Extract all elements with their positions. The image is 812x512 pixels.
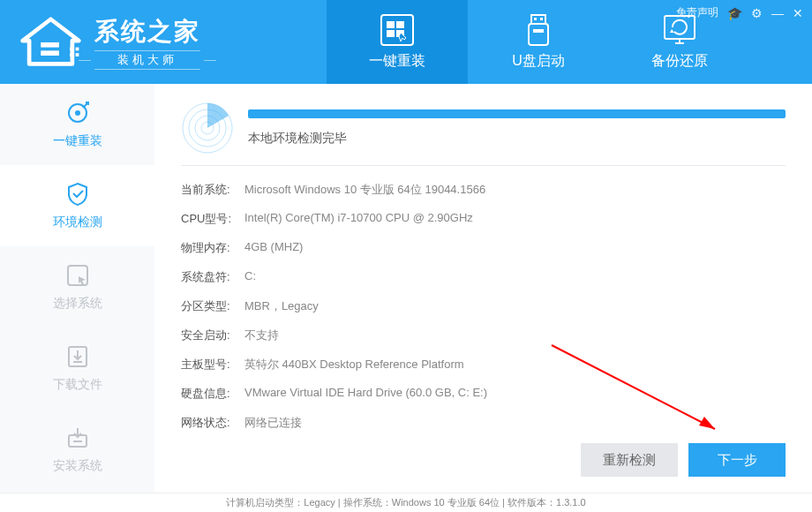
svg-rect-4: [70, 53, 73, 56]
shield-check-icon: [64, 181, 91, 207]
tab-label: 备份还原: [651, 52, 708, 71]
logo-house-icon: [18, 16, 84, 69]
svg-rect-14: [529, 24, 548, 45]
info-value: 英特尔 440BX Desktop Reference Platform: [244, 357, 464, 373]
scan-status-text: 本地环境检测完毕: [248, 131, 786, 147]
info-label: 安全启动:: [181, 328, 244, 343]
info-row: 安全启动:不支持: [181, 328, 786, 343]
radar-scan-icon: [181, 102, 234, 154]
info-value: Intel(R) Core(TM) i7-10700 CPU @ 2.90GHz: [244, 211, 473, 227]
svg-point-20: [75, 110, 80, 116]
info-value: 网络已连接: [244, 415, 302, 431]
info-label: 硬盘信息:: [181, 386, 244, 402]
svg-rect-12: [534, 18, 537, 20]
svg-rect-11: [531, 15, 545, 24]
sidebar-item-label: 安装系统: [53, 458, 102, 474]
svg-rect-9: [387, 30, 395, 37]
close-icon[interactable]: ✕: [793, 6, 803, 20]
svg-rect-15: [533, 29, 544, 33]
svg-rect-0: [41, 42, 59, 48]
next-button[interactable]: 下一步: [688, 443, 786, 477]
graduation-icon[interactable]: 🎓: [727, 6, 742, 20]
svg-rect-3: [76, 47, 79, 50]
app-header: 系统之家 装机大师 一键重装 U盘启动 备份还原 免责声明 🎓 ⚙ — ✕: [0, 0, 812, 84]
info-label: 网络状态:: [181, 415, 244, 431]
info-label: 系统盘符:: [181, 269, 244, 285]
status-bar: 计算机启动类型：Legacy | 操作系统：Windows 10 专业版 64位…: [0, 493, 812, 512]
cursor-box-icon: [64, 262, 91, 289]
progress-bar: [248, 109, 786, 118]
sidebar-item-label: 一键重装: [53, 133, 102, 149]
sidebar-item-download[interactable]: 下载文件: [0, 328, 154, 409]
svg-rect-2: [70, 47, 73, 50]
windows-cursor-icon: [380, 13, 415, 47]
window-controls: 免责声明 🎓 ⚙ — ✕: [676, 5, 803, 20]
info-row: 物理内存:4GB (MHZ): [181, 240, 786, 256]
info-value: C:: [244, 269, 256, 285]
logo-title: 系统之家: [94, 15, 200, 49]
info-row: 主板型号:英特尔 440BX Desktop Reference Platfor…: [181, 357, 786, 373]
logo-subtitle: 装机大师: [94, 50, 200, 70]
svg-rect-7: [387, 21, 395, 28]
info-label: 当前系统:: [181, 182, 244, 198]
disclaimer-link[interactable]: 免责声明: [676, 5, 718, 20]
info-row: 网络状态:网络已连接: [181, 415, 786, 431]
tab-usb-boot[interactable]: U盘启动: [468, 0, 609, 84]
main-panel: 本地环境检测完毕 当前系统:Microsoft Windows 10 专业版 6…: [154, 84, 812, 493]
tab-reinstall[interactable]: 一键重装: [327, 0, 468, 84]
system-info: 当前系统:Microsoft Windows 10 专业版 64位 19044.…: [181, 182, 786, 431]
sidebar-item-label: 下载文件: [53, 377, 102, 393]
sidebar-item-label: 选择系统: [53, 296, 102, 312]
sidebar-item-install[interactable]: 安装系统: [0, 409, 154, 490]
info-value: Microsoft Windows 10 专业版 64位 19044.1566: [244, 182, 485, 198]
info-label: CPU型号:: [181, 211, 244, 227]
svg-rect-13: [540, 18, 543, 20]
sidebar-item-label: 环境检测: [53, 215, 102, 230]
tab-label: U盘启动: [512, 52, 565, 71]
svg-rect-8: [396, 21, 404, 28]
tab-label: 一键重装: [369, 52, 425, 71]
redetect-button[interactable]: 重新检测: [581, 443, 678, 477]
info-row: CPU型号:Intel(R) Core(TM) i7-10700 CPU @ 2…: [181, 211, 786, 227]
sidebar-item-env-check[interactable]: 环境检测: [0, 165, 154, 246]
info-value: VMware Virtual IDE Hard Drive (60.0 GB, …: [244, 386, 487, 402]
info-label: 物理内存:: [181, 240, 244, 256]
install-box-icon: [64, 425, 91, 451]
info-label: 分区类型:: [181, 298, 244, 314]
svg-rect-21: [68, 266, 87, 285]
svg-rect-5: [76, 53, 79, 56]
sidebar-item-reinstall[interactable]: 一键重装: [0, 84, 154, 165]
gear-icon[interactable]: ⚙: [751, 6, 763, 20]
target-icon: [64, 100, 91, 126]
info-value: 不支持: [244, 328, 279, 343]
usb-icon: [521, 13, 556, 47]
info-row: 当前系统:Microsoft Windows 10 专业版 64位 19044.…: [181, 182, 786, 198]
info-value: MBR，Legacy: [244, 298, 319, 314]
info-row: 系统盘符:C:: [181, 269, 786, 285]
sidebar: 一键重装 环境检测 选择系统 下载文件 安装系统: [0, 84, 154, 493]
download-icon: [64, 343, 91, 370]
info-row: 分区类型:MBR，Legacy: [181, 298, 786, 314]
svg-rect-1: [41, 50, 59, 56]
divider: [181, 165, 786, 166]
info-value: 4GB (MHZ): [244, 240, 303, 256]
minimize-icon[interactable]: —: [771, 6, 784, 20]
footer-text: 计算机启动类型：Legacy | 操作系统：Windows 10 专业版 64位…: [226, 496, 585, 509]
info-label: 主板型号:: [181, 357, 244, 373]
sidebar-item-select-system[interactable]: 选择系统: [0, 246, 154, 328]
logo-area: 系统之家 装机大师: [0, 0, 265, 84]
info-row: 硬盘信息:VMware Virtual IDE Hard Drive (60.0…: [181, 386, 786, 402]
